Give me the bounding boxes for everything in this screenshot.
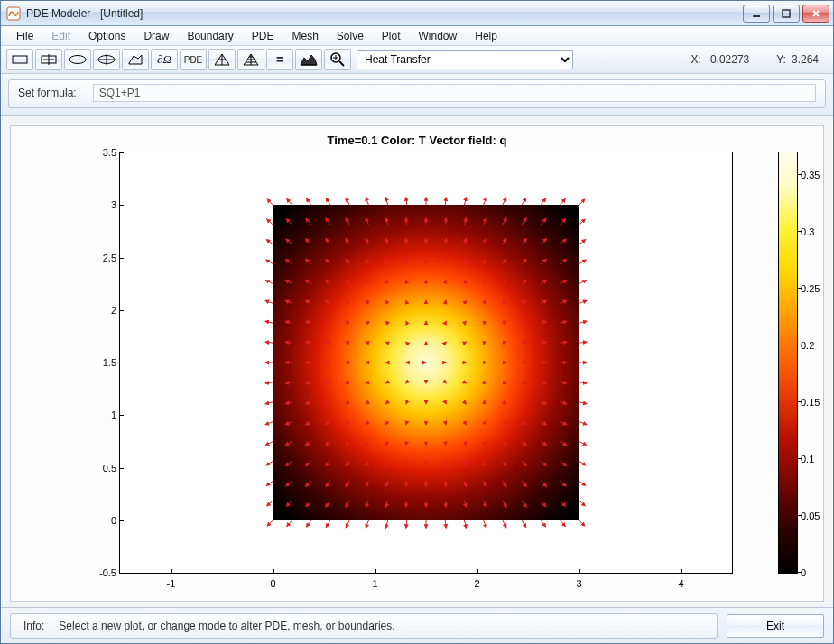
svg-line-12	[265, 441, 273, 445]
svg-line-83	[346, 382, 349, 383]
svg-line-210	[484, 218, 486, 225]
svg-line-180	[464, 481, 466, 486]
menu-plot[interactable]: Plot	[374, 28, 409, 44]
rect-center-icon[interactable]	[35, 49, 62, 70]
svg-line-251	[541, 422, 546, 425]
svg-line-64	[326, 422, 330, 425]
exit-button[interactable]: Exit	[727, 614, 824, 638]
svg-line-39	[286, 239, 292, 244]
svg-line-294	[579, 240, 586, 244]
svg-rect-3	[13, 56, 27, 63]
menu-pde[interactable]: PDE	[244, 28, 283, 44]
colorbar-tick: 0.05	[801, 511, 829, 521]
ellipse-center-icon[interactable]	[93, 49, 120, 70]
mesh-refine-icon[interactable]	[237, 49, 264, 70]
minimize-button[interactable]	[743, 5, 770, 23]
plot-solution-icon[interactable]	[295, 49, 322, 70]
svg-line-272	[560, 342, 566, 343]
colorbar-tick: 0.2	[801, 340, 829, 351]
svg-line-259	[541, 260, 546, 264]
svg-line-65	[326, 402, 330, 404]
svg-line-126	[386, 198, 388, 205]
svg-line-110	[386, 520, 388, 528]
boundary-icon[interactable]: ∂Ω	[151, 49, 178, 70]
svg-line-35	[285, 321, 292, 323]
menu-boundary[interactable]: Boundary	[179, 28, 241, 44]
svg-line-9	[267, 501, 273, 506]
svg-line-63	[326, 441, 330, 445]
svg-line-274	[560, 300, 566, 303]
svg-line-292	[579, 281, 587, 284]
coord-y-value: 3.264	[792, 53, 819, 66]
menu-solve[interactable]: Solve	[329, 28, 372, 44]
svg-point-5	[70, 56, 86, 64]
svg-line-79	[346, 461, 349, 465]
svg-line-222	[503, 321, 506, 323]
menu-options[interactable]: Options	[80, 28, 134, 44]
svg-line-37	[285, 280, 292, 283]
svg-line-142	[406, 218, 407, 225]
application-dropdown[interactable]: Heat Transfer	[357, 50, 573, 69]
svg-line-229	[522, 520, 526, 528]
vector-field	[120, 152, 732, 573]
svg-line-27	[286, 481, 292, 486]
menu-draw[interactable]: Draw	[135, 28, 177, 44]
svg-line-205	[484, 321, 486, 323]
svg-line-204	[484, 342, 486, 343]
svg-line-34	[285, 342, 292, 343]
svg-line-261	[541, 218, 546, 225]
svg-line-256	[541, 321, 546, 323]
pde-icon[interactable]: PDE	[180, 49, 207, 70]
maximize-button[interactable]	[773, 5, 800, 23]
svg-line-253	[541, 382, 546, 383]
application-select[interactable]: Heat Transfer	[357, 50, 573, 69]
svg-line-280	[579, 520, 585, 526]
y-tick: -0.5	[91, 567, 116, 578]
chart-axes[interactable]: -101234-0.500.511.522.533.5	[119, 152, 733, 574]
rect-icon[interactable]	[6, 49, 33, 70]
menu-mesh[interactable]: Mesh	[283, 28, 326, 44]
x-tick: 2	[474, 578, 479, 589]
svg-line-80	[346, 441, 349, 445]
svg-line-90	[346, 239, 349, 244]
svg-line-208	[484, 260, 486, 264]
svg-line-291	[579, 300, 587, 303]
svg-line-266	[560, 461, 566, 465]
svg-rect-1	[753, 15, 760, 17]
svg-line-134	[406, 382, 407, 383]
mesh-icon[interactable]	[208, 49, 236, 70]
menu-window[interactable]: Window	[411, 28, 466, 44]
ellipse-icon[interactable]	[64, 49, 91, 70]
menu-help[interactable]: Help	[467, 28, 505, 44]
svg-line-66	[326, 382, 330, 383]
window-title: PDE Modeler - [Untitled]	[26, 7, 743, 20]
svg-line-195	[484, 520, 486, 528]
coord-x-label: X:	[691, 53, 701, 66]
svg-line-172	[445, 300, 446, 303]
svg-line-201	[484, 402, 486, 404]
y-tick: 0	[91, 515, 116, 526]
svg-line-18	[265, 321, 273, 323]
svg-line-111	[386, 501, 388, 507]
svg-line-233	[522, 441, 526, 445]
svg-line-284	[579, 441, 587, 445]
menu-file[interactable]: File	[8, 28, 42, 44]
close-button[interactable]	[802, 5, 829, 23]
polygon-icon[interactable]	[122, 49, 149, 70]
svg-line-75	[326, 198, 330, 206]
svg-line-68	[326, 342, 330, 343]
svg-line-187	[464, 342, 466, 343]
svg-line-287	[579, 382, 587, 383]
colorbar: 00.050.10.150.20.250.30.35	[778, 152, 798, 574]
svg-line-11	[266, 461, 273, 465]
zoom-icon[interactable]	[324, 49, 351, 70]
svg-line-48	[306, 402, 311, 404]
svg-line-286	[579, 402, 587, 404]
svg-line-17	[265, 342, 273, 343]
svg-line-240	[522, 300, 526, 303]
formula-input[interactable]	[93, 84, 816, 102]
svg-line-8	[267, 520, 273, 526]
solve-equals-icon[interactable]: =	[266, 49, 293, 70]
bottom-bar: Info: Select a new plot, or change mode …	[1, 607, 833, 643]
svg-line-224	[503, 280, 506, 283]
